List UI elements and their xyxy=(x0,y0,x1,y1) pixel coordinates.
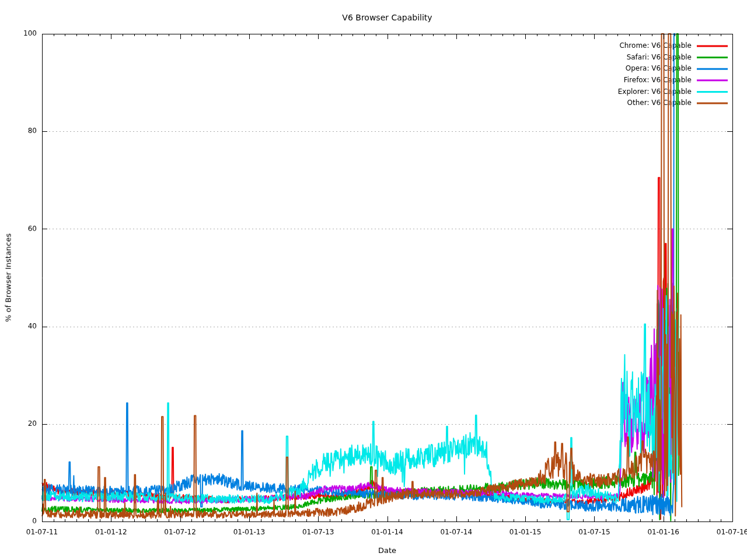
chart-title: V6 Browser Capability xyxy=(42,13,732,22)
x-axis-label: Date xyxy=(42,546,732,555)
chart: V6 Browser Capability % of Browser Insta… xyxy=(0,0,747,560)
y-axis-label: % of Browser Instances xyxy=(4,233,13,322)
plot-canvas xyxy=(0,0,747,560)
